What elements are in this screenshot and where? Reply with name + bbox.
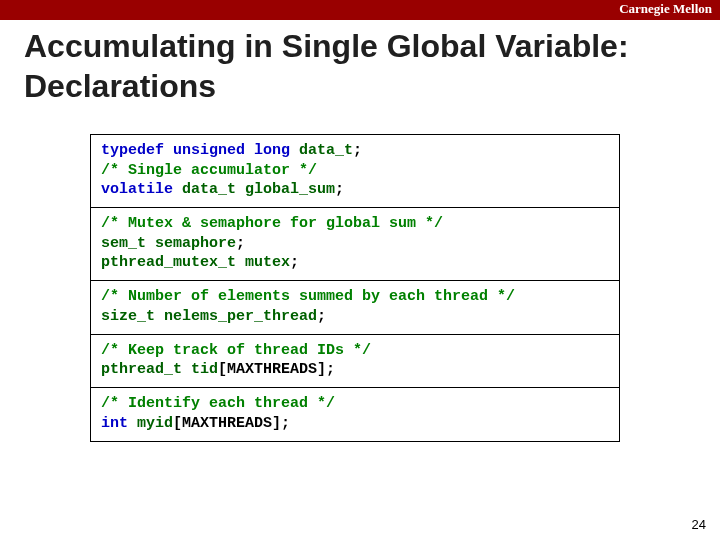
type-data-t2: data_t	[182, 181, 236, 198]
code-text: /* Mutex & semaphore for global sum */ s…	[101, 214, 609, 273]
code-text: /* Identify each thread */ int myid[MAXT…	[101, 394, 609, 433]
code-block-mutex-sem: /* Mutex & semaphore for global sum */ s…	[90, 207, 620, 282]
semicolon: ;	[353, 142, 362, 159]
code-text: /* Number of elements summed by each thr…	[101, 287, 609, 326]
lbracket: [	[218, 361, 227, 378]
rbracket-semi: ];	[272, 415, 290, 432]
kw-volatile: volatile	[101, 181, 173, 198]
comment-myid: /* Identify each thread */	[101, 395, 335, 412]
rbracket-semi: ];	[317, 361, 335, 378]
ident-myid: myid	[137, 415, 173, 432]
semicolon: ;	[290, 254, 299, 271]
code-block-typedef: typedef unsigned long data_t; /* Single …	[90, 134, 620, 209]
type-pthread-t: pthread_t	[101, 361, 182, 378]
semicolon: ;	[335, 181, 344, 198]
org-label: Carnegie Mellon	[619, 1, 712, 17]
code-area: typedef unsigned long data_t; /* Single …	[90, 134, 620, 442]
ident-nelems: nelems_per_thread	[164, 308, 317, 325]
code-block-myid: /* Identify each thread */ int myid[MAXT…	[90, 387, 620, 442]
kw-typedef: typedef	[101, 142, 164, 159]
header-bar: Carnegie Mellon	[0, 0, 720, 20]
const-maxthreads: MAXTHREADS	[182, 415, 272, 432]
comment-single-accumulator: /* Single accumulator */	[101, 162, 317, 179]
ident-semaphore: semaphore	[155, 235, 236, 252]
type-size-t: size_t	[101, 308, 155, 325]
lbracket: [	[173, 415, 182, 432]
slide-title: Accumulating in Single Global Variable: …	[24, 26, 674, 106]
kw-int: int	[101, 415, 128, 432]
ident-mutex: mutex	[245, 254, 290, 271]
comment-mutex-sem: /* Mutex & semaphore for global sum */	[101, 215, 443, 232]
const-maxthreads: MAXTHREADS	[227, 361, 317, 378]
comment-tid: /* Keep track of thread IDs */	[101, 342, 371, 359]
type-sem-t: sem_t	[101, 235, 146, 252]
semicolon: ;	[317, 308, 326, 325]
code-block-nelems: /* Number of elements summed by each thr…	[90, 280, 620, 335]
code-text: /* Keep track of thread IDs */ pthread_t…	[101, 341, 609, 380]
code-block-tid: /* Keep track of thread IDs */ pthread_t…	[90, 334, 620, 389]
type-data-t: data_t	[299, 142, 353, 159]
semicolon: ;	[236, 235, 245, 252]
ident-global-sum: global_sum	[245, 181, 335, 198]
page-number: 24	[692, 517, 706, 532]
comment-nelems: /* Number of elements summed by each thr…	[101, 288, 515, 305]
code-text: typedef unsigned long data_t; /* Single …	[101, 141, 609, 200]
type-pthread-mutex-t: pthread_mutex_t	[101, 254, 236, 271]
kw-long: long	[254, 142, 290, 159]
kw-unsigned: unsigned	[173, 142, 245, 159]
ident-tid: tid	[191, 361, 218, 378]
